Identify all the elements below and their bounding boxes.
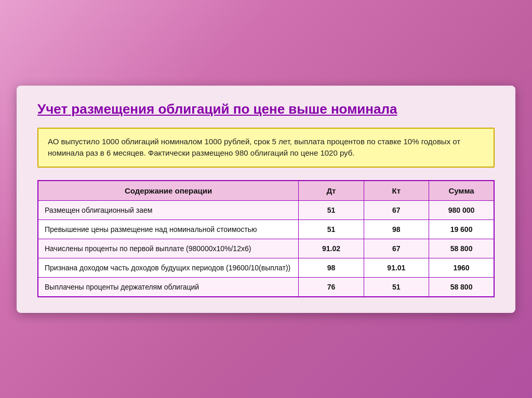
header-kt: Кт bbox=[364, 181, 429, 201]
cell-kt: 67 bbox=[364, 200, 429, 219]
cell-kt: 51 bbox=[364, 277, 429, 297]
table-row: Начислены проценты по первой выплате (98… bbox=[38, 239, 494, 258]
cell-sum: 19 600 bbox=[429, 219, 494, 239]
table-header-row: Содержание операции Дт Кт Сумма bbox=[38, 181, 494, 201]
cell-dt: 51 bbox=[299, 200, 364, 219]
cell-sum: 980 000 bbox=[429, 200, 494, 219]
cell-description: Размещен облигационный заем bbox=[38, 200, 299, 219]
header-description: Содержание операции bbox=[38, 181, 299, 201]
table-row: Превышение цены размещение над номинальн… bbox=[38, 219, 494, 239]
cell-description: Превышение цены размещение над номинальн… bbox=[38, 219, 299, 239]
header-dt: Дт bbox=[299, 181, 364, 201]
cell-dt: 98 bbox=[299, 258, 364, 277]
cell-sum: 58 800 bbox=[429, 277, 494, 297]
cell-sum: 1960 bbox=[429, 258, 494, 277]
cell-description: Признана доходом часть доходов будущих п… bbox=[38, 258, 299, 277]
description-text: АО выпустило 1000 облигаций номиналом 10… bbox=[48, 137, 460, 158]
cell-kt: 91.01 bbox=[364, 258, 429, 277]
table-row: Выплачены проценты держателям облигаций7… bbox=[38, 277, 494, 297]
table-row: Признана доходом часть доходов будущих п… bbox=[38, 258, 494, 277]
cell-dt: 76 bbox=[299, 277, 364, 297]
cell-description: Выплачены проценты держателям облигаций bbox=[38, 277, 299, 297]
description-box: АО выпустило 1000 облигаций номиналом 10… bbox=[37, 128, 495, 168]
cell-sum: 58 800 bbox=[429, 239, 494, 258]
cell-kt: 98 bbox=[364, 219, 429, 239]
table-row: Размещен облигационный заем5167980 000 bbox=[38, 200, 494, 219]
cell-description: Начислены проценты по первой выплате (98… bbox=[38, 239, 299, 258]
accounting-table: Содержание операции Дт Кт Сумма Размещен… bbox=[37, 180, 495, 297]
slide-container: Учет размещения облигаций по цене выше н… bbox=[17, 86, 515, 313]
page-title: Учет размещения облигаций по цене выше н… bbox=[37, 101, 495, 117]
cell-dt: 51 bbox=[299, 219, 364, 239]
cell-dt: 91.02 bbox=[299, 239, 364, 258]
header-sum: Сумма bbox=[429, 181, 494, 201]
cell-kt: 67 bbox=[364, 239, 429, 258]
